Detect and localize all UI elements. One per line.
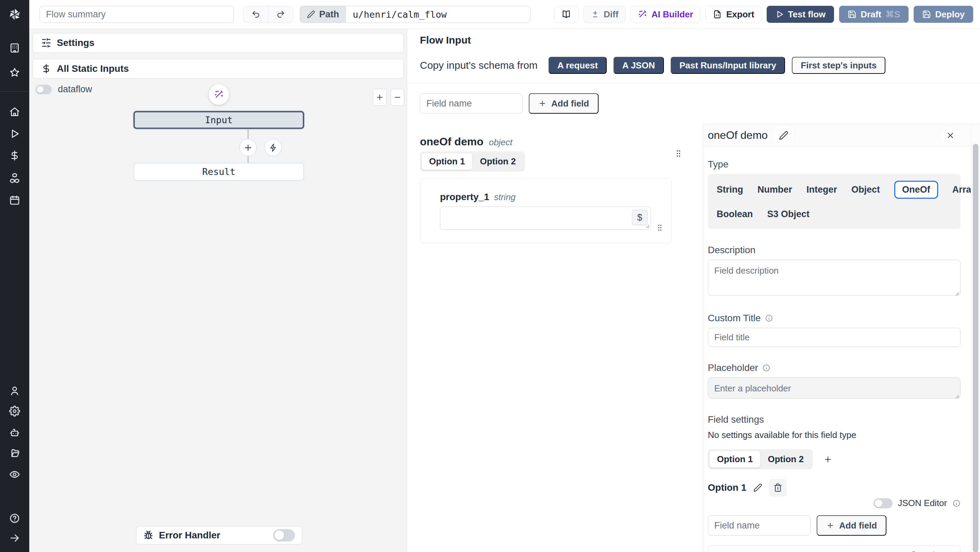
editor-scrollbar[interactable] [971, 124, 980, 552]
zoom-out-button[interactable] [391, 89, 404, 106]
type-string[interactable]: String [717, 182, 743, 198]
all-static-inputs-button[interactable]: All Static Inputs [33, 59, 404, 79]
drag-grip-icon[interactable] [656, 223, 664, 232]
type-array[interactable]: Array [953, 182, 971, 198]
type-s3-object[interactable]: S3 Object [767, 206, 810, 222]
plus-circle-icon [243, 143, 253, 153]
settings-gear-icon[interactable] [9, 406, 20, 417]
flow-summary-input[interactable] [40, 6, 234, 23]
rename-option-button[interactable] [753, 483, 762, 492]
field-editor-panel: oneOf demo Type [703, 124, 971, 552]
scrollbar-thumb[interactable] [973, 144, 978, 552]
editor-tab-option-1[interactable]: Option 1 [710, 451, 760, 468]
ai-flow-wand-button[interactable] [208, 84, 229, 105]
audit-logs-eye-icon[interactable] [9, 469, 20, 480]
property-row[interactable]: property_1 [708, 545, 961, 552]
insert-step-button[interactable] [239, 139, 256, 156]
type-integer[interactable]: Integer [807, 182, 837, 198]
info-icon [762, 364, 770, 372]
minus-icon [393, 93, 401, 102]
delete-option-button[interactable] [769, 479, 787, 496]
zoom-in-button[interactable] [373, 89, 387, 106]
deploy-button[interactable]: Deploy [914, 6, 973, 23]
editor-field-name-input[interactable] [708, 515, 811, 536]
editor-add-field-row: Add field [708, 515, 961, 536]
property-input-wrap: $ [440, 207, 651, 230]
add-option-button[interactable] [821, 452, 835, 467]
input-node[interactable]: Input [134, 111, 304, 129]
type-label: Type [708, 159, 961, 170]
topbar: Path u/henri/calm_flow Diff AI Builder [29, 0, 980, 29]
error-handler-card[interactable]: Error Handler [136, 526, 302, 544]
copy-from-json-button[interactable]: A JSON [614, 57, 664, 74]
close-editor-button[interactable] [942, 127, 959, 144]
home-icon[interactable] [9, 107, 20, 118]
option-tabs-row: Option 1 Option 2 [708, 449, 961, 469]
ai-builder-button[interactable]: AI Builder [630, 6, 700, 23]
flow-settings-button[interactable]: Settings [33, 33, 404, 53]
book-open-icon [562, 10, 571, 19]
resources-icon[interactable] [9, 173, 20, 183]
expand-arrow-icon[interactable] [9, 533, 20, 544]
editor-add-field-button[interactable]: Add field [817, 515, 886, 536]
user-icon[interactable] [9, 385, 20, 396]
copy-from-first-step-button[interactable]: First step's inputs [792, 57, 885, 74]
workspace-icon[interactable] [9, 43, 20, 53]
error-handler-label: Error Handler [159, 530, 221, 541]
zap-icon [269, 143, 278, 152]
favorites-star-icon[interactable] [9, 67, 20, 78]
add-field-button[interactable]: Add field [529, 93, 598, 114]
type-boolean[interactable]: Boolean [717, 206, 753, 222]
editor-tab-option-2[interactable]: Option 2 [760, 451, 811, 468]
placeholder-input[interactable] [708, 377, 961, 399]
trigger-button[interactable] [264, 139, 282, 156]
plus-icon [826, 521, 834, 530]
test-flow-button[interactable]: Test flow [767, 6, 834, 23]
sidebar-divider [0, 91, 29, 92]
path-value[interactable]: u/henri/calm_flow [346, 6, 530, 22]
type-oneof[interactable]: OneOf [894, 181, 938, 199]
json-editor-row: JSON Editor [708, 498, 961, 508]
rename-field-button[interactable] [775, 126, 793, 145]
windmill-logo-icon[interactable] [7, 7, 22, 22]
diff-button[interactable]: Diff [584, 6, 625, 23]
json-editor-toggle[interactable] [873, 498, 892, 508]
flow-input-title: Flow Input [420, 34, 980, 46]
export-button[interactable]: Export [705, 6, 761, 23]
description-label: Description [708, 245, 961, 256]
undo-button[interactable] [243, 6, 268, 22]
tab-option-1[interactable]: Option 1 [422, 153, 472, 170]
drag-grip-icon[interactable] [674, 148, 683, 159]
tab-option-2[interactable]: Option 2 [472, 153, 523, 170]
main: Path u/henri/calm_flow Diff AI Builder [29, 0, 980, 552]
undo-redo-group [243, 6, 293, 23]
type-object[interactable]: Object [851, 182, 880, 198]
path-edit-chip[interactable]: Path [300, 6, 346, 22]
docs-button[interactable] [554, 6, 579, 23]
draft-button[interactable]: Draft ⌘S [839, 6, 908, 23]
description-input[interactable] [708, 260, 961, 296]
variables-icon[interactable] [9, 150, 20, 161]
field-name-input[interactable] [420, 93, 523, 114]
custom-title-input[interactable] [708, 328, 961, 347]
error-handler-toggle[interactable] [273, 529, 295, 541]
redo-button[interactable] [268, 6, 293, 22]
field-editor-body: Type String Number Integer Object OneOf … [703, 147, 971, 552]
bug-icon [143, 530, 153, 541]
schema-preview-panel: oneOf demo object Option 1 Option 2 [407, 124, 703, 552]
property-value-input[interactable] [440, 207, 651, 230]
runs-icon[interactable] [9, 128, 20, 139]
folders-icon[interactable] [9, 448, 20, 459]
editor-title: oneOf demo [708, 129, 768, 142]
type-number[interactable]: Number [757, 182, 792, 198]
copy-from-request-button[interactable]: A request [549, 57, 607, 74]
schedules-icon[interactable] [9, 195, 20, 205]
dataflow-toggle[interactable] [35, 85, 52, 94]
close-icon [946, 131, 955, 140]
schema-field-type: object [489, 137, 512, 148]
insert-variable-button[interactable]: $ [632, 210, 648, 225]
workers-bot-icon[interactable] [9, 427, 20, 438]
copy-from-past-runs-button[interactable]: Past Runs/Input library [671, 57, 785, 74]
result-node[interactable]: Result [134, 163, 304, 180]
help-icon[interactable] [9, 513, 20, 524]
